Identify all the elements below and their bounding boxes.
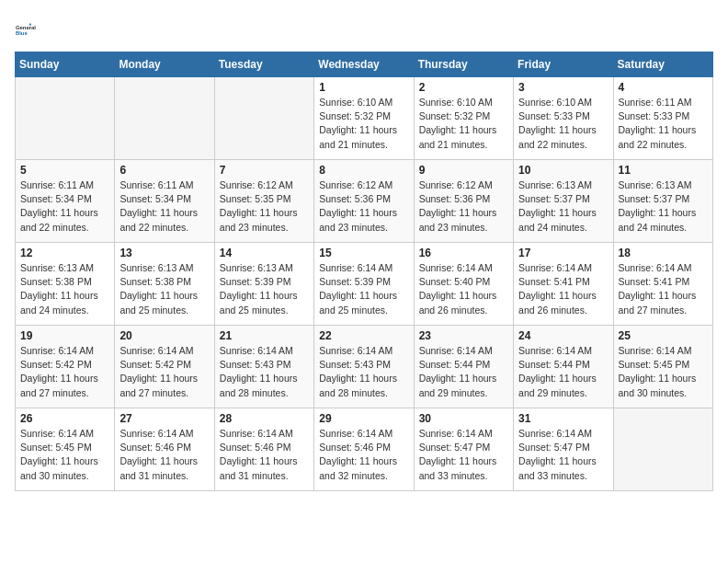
day-number: 4 xyxy=(619,81,708,94)
day-number: 26 xyxy=(20,412,109,425)
day-info: Sunrise: 6:14 AMSunset: 5:45 PMDaylight:… xyxy=(619,344,708,400)
day-info: Sunrise: 6:14 AMSunset: 5:44 PMDaylight:… xyxy=(518,344,608,400)
calendar-cell: 22Sunrise: 6:14 AMSunset: 5:43 PMDayligh… xyxy=(314,326,414,408)
calendar-cell: 2Sunrise: 6:10 AMSunset: 5:32 PMDaylight… xyxy=(414,77,513,160)
day-number: 14 xyxy=(220,247,309,259)
calendar-cell: 5Sunrise: 6:11 AMSunset: 5:34 PMDaylight… xyxy=(16,160,115,243)
calendar-cell xyxy=(214,77,313,160)
day-number: 17 xyxy=(518,247,608,259)
day-number: 29 xyxy=(319,412,408,425)
day-number: 21 xyxy=(220,329,309,342)
calendar-header: SundayMondayTuesdayWednesdayThursdayFrid… xyxy=(16,52,713,77)
day-number: 24 xyxy=(518,329,608,342)
day-info: Sunrise: 6:14 AMSunset: 5:41 PMDaylight:… xyxy=(518,261,608,317)
day-info: Sunrise: 6:14 AMSunset: 5:43 PMDaylight:… xyxy=(319,344,408,400)
weekday-header: Sunday xyxy=(16,52,115,77)
calendar-table: SundayMondayTuesdayWednesdayThursdayFrid… xyxy=(15,52,713,491)
day-number: 3 xyxy=(518,81,608,94)
day-number: 7 xyxy=(220,164,309,177)
day-info: Sunrise: 6:14 AMSunset: 5:43 PMDaylight:… xyxy=(220,344,309,400)
day-number: 27 xyxy=(119,412,209,425)
day-number: 1 xyxy=(319,81,408,94)
day-number: 12 xyxy=(20,247,109,259)
day-info: Sunrise: 6:14 AMSunset: 5:46 PMDaylight:… xyxy=(119,427,209,483)
weekday-header: Friday xyxy=(514,52,613,77)
day-number: 10 xyxy=(518,164,608,177)
calendar-cell: 8Sunrise: 6:12 AMSunset: 5:36 PMDaylight… xyxy=(314,160,414,243)
calendar-cell: 3Sunrise: 6:10 AMSunset: 5:33 PMDaylight… xyxy=(514,77,613,160)
calendar-cell: 7Sunrise: 6:12 AMSunset: 5:35 PMDaylight… xyxy=(214,160,313,243)
svg-text:General: General xyxy=(16,25,36,30)
day-info: Sunrise: 6:12 AMSunset: 5:36 PMDaylight:… xyxy=(419,178,508,235)
day-info: Sunrise: 6:11 AMSunset: 5:34 PMDaylight:… xyxy=(119,178,209,235)
calendar-cell: 26Sunrise: 6:14 AMSunset: 5:45 PMDayligh… xyxy=(16,408,115,491)
day-number: 16 xyxy=(419,247,508,259)
calendar-cell: 25Sunrise: 6:14 AMSunset: 5:45 PMDayligh… xyxy=(613,326,712,408)
day-info: Sunrise: 6:13 AMSunset: 5:38 PMDaylight:… xyxy=(20,261,109,317)
day-info: Sunrise: 6:14 AMSunset: 5:39 PMDaylight:… xyxy=(319,261,408,317)
weekday-header: Wednesday xyxy=(314,52,414,77)
calendar-cell: 10Sunrise: 6:13 AMSunset: 5:37 PMDayligh… xyxy=(514,160,613,243)
day-info: Sunrise: 6:14 AMSunset: 5:47 PMDaylight:… xyxy=(419,427,508,483)
day-number: 6 xyxy=(119,164,209,177)
day-info: Sunrise: 6:10 AMSunset: 5:33 PMDaylight:… xyxy=(518,96,608,152)
day-number: 8 xyxy=(319,164,408,177)
day-info: Sunrise: 6:13 AMSunset: 5:37 PMDaylight:… xyxy=(619,178,708,235)
calendar-cell xyxy=(613,408,712,491)
weekday-header: Tuesday xyxy=(214,52,313,77)
calendar-cell: 17Sunrise: 6:14 AMSunset: 5:41 PMDayligh… xyxy=(514,243,613,326)
calendar-cell: 29Sunrise: 6:14 AMSunset: 5:46 PMDayligh… xyxy=(314,408,414,491)
day-info: Sunrise: 6:12 AMSunset: 5:36 PMDaylight:… xyxy=(319,178,408,235)
calendar-cell: 1Sunrise: 6:10 AMSunset: 5:32 PMDaylight… xyxy=(314,77,414,160)
calendar-cell: 9Sunrise: 6:12 AMSunset: 5:36 PMDaylight… xyxy=(414,160,513,243)
day-number: 20 xyxy=(119,329,209,342)
day-info: Sunrise: 6:14 AMSunset: 5:44 PMDaylight:… xyxy=(419,344,508,400)
calendar-cell: 31Sunrise: 6:14 AMSunset: 5:47 PMDayligh… xyxy=(514,408,613,491)
day-number: 13 xyxy=(119,247,209,259)
svg-text:Blue: Blue xyxy=(16,30,28,36)
calendar-cell: 30Sunrise: 6:14 AMSunset: 5:47 PMDayligh… xyxy=(414,408,513,491)
calendar-cell: 4Sunrise: 6:11 AMSunset: 5:33 PMDaylight… xyxy=(613,77,712,160)
day-info: Sunrise: 6:14 AMSunset: 5:42 PMDaylight:… xyxy=(20,344,109,400)
day-info: Sunrise: 6:13 AMSunset: 5:38 PMDaylight:… xyxy=(119,261,209,317)
calendar-cell: 15Sunrise: 6:14 AMSunset: 5:39 PMDayligh… xyxy=(314,243,414,326)
day-number: 28 xyxy=(220,412,309,425)
day-info: Sunrise: 6:11 AMSunset: 5:34 PMDaylight:… xyxy=(20,178,109,235)
calendar-cell: 20Sunrise: 6:14 AMSunset: 5:42 PMDayligh… xyxy=(115,326,214,408)
day-number: 30 xyxy=(419,412,508,425)
day-info: Sunrise: 6:14 AMSunset: 5:47 PMDaylight:… xyxy=(518,427,608,483)
calendar-cell: 18Sunrise: 6:14 AMSunset: 5:41 PMDayligh… xyxy=(613,243,712,326)
day-number: 5 xyxy=(20,164,109,177)
day-number: 31 xyxy=(518,412,608,425)
day-number: 15 xyxy=(319,247,408,259)
day-number: 25 xyxy=(619,329,708,342)
logo: General Blue xyxy=(15,15,48,44)
day-info: Sunrise: 6:13 AMSunset: 5:39 PMDaylight:… xyxy=(220,261,309,317)
calendar-cell: 19Sunrise: 6:14 AMSunset: 5:42 PMDayligh… xyxy=(16,326,115,408)
day-number: 18 xyxy=(619,247,708,259)
day-info: Sunrise: 6:10 AMSunset: 5:32 PMDaylight:… xyxy=(319,96,408,152)
day-info: Sunrise: 6:14 AMSunset: 5:42 PMDaylight:… xyxy=(119,344,209,400)
svg-marker-2 xyxy=(29,23,32,26)
calendar-cell: 6Sunrise: 6:11 AMSunset: 5:34 PMDaylight… xyxy=(115,160,214,243)
day-info: Sunrise: 6:14 AMSunset: 5:46 PMDaylight:… xyxy=(220,427,309,483)
calendar-cell: 28Sunrise: 6:14 AMSunset: 5:46 PMDayligh… xyxy=(214,408,313,491)
calendar-cell: 11Sunrise: 6:13 AMSunset: 5:37 PMDayligh… xyxy=(613,160,712,243)
page-header: General Blue xyxy=(15,15,713,44)
calendar-body: 1Sunrise: 6:10 AMSunset: 5:32 PMDaylight… xyxy=(16,77,713,491)
calendar-cell: 13Sunrise: 6:13 AMSunset: 5:38 PMDayligh… xyxy=(115,243,214,326)
day-info: Sunrise: 6:14 AMSunset: 5:45 PMDaylight:… xyxy=(20,427,109,483)
day-number: 22 xyxy=(319,329,408,342)
day-number: 23 xyxy=(419,329,508,342)
day-info: Sunrise: 6:14 AMSunset: 5:46 PMDaylight:… xyxy=(319,427,408,483)
calendar-cell xyxy=(115,77,214,160)
calendar-cell: 14Sunrise: 6:13 AMSunset: 5:39 PMDayligh… xyxy=(214,243,313,326)
calendar-cell: 23Sunrise: 6:14 AMSunset: 5:44 PMDayligh… xyxy=(414,326,513,408)
day-info: Sunrise: 6:14 AMSunset: 5:40 PMDaylight:… xyxy=(419,261,508,317)
day-number: 19 xyxy=(20,329,109,342)
day-info: Sunrise: 6:14 AMSunset: 5:41 PMDaylight:… xyxy=(619,261,708,317)
logo-icon: General Blue xyxy=(15,15,44,44)
weekday-header: Thursday xyxy=(414,52,513,77)
calendar-cell: 27Sunrise: 6:14 AMSunset: 5:46 PMDayligh… xyxy=(115,408,214,491)
day-number: 11 xyxy=(619,164,708,177)
